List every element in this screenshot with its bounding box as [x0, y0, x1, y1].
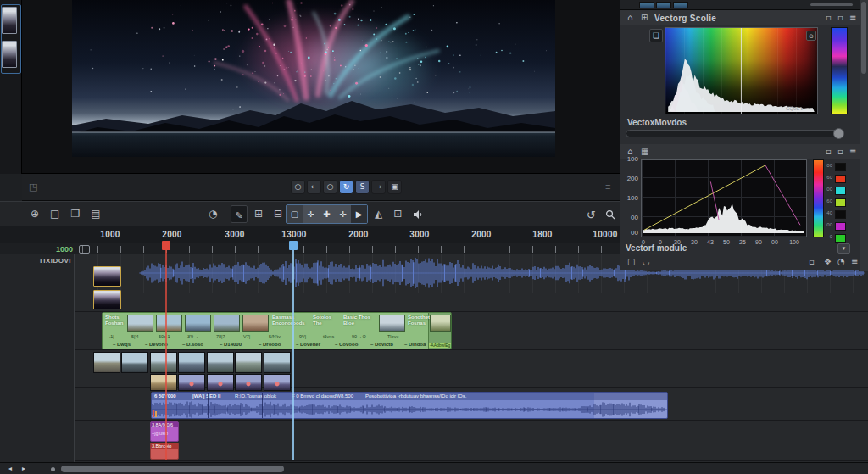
- grid-icon[interactable]: ⊞: [641, 13, 648, 22]
- maximize-icon[interactable]: ▫: [837, 13, 843, 22]
- scope-slider-knob[interactable]: [833, 128, 844, 139]
- video-frame-thumbnail[interactable]: [207, 374, 234, 391]
- tool-button[interactable]: ✛: [303, 205, 319, 223]
- filter-button[interactable]: ▼: [837, 243, 850, 254]
- home-icon[interactable]: ⌂: [627, 13, 632, 22]
- razor-tool-button[interactable]: ✎: [231, 205, 248, 223]
- scope-tool-button[interactable]: ❏: [649, 29, 663, 42]
- green-clip-item[interactable]: [379, 315, 405, 332]
- green-title-clip[interactable]: Shots Foshan: [102, 312, 452, 349]
- toolbar-icon[interactable]: ⊡: [393, 208, 402, 220]
- transport-button[interactable]: S: [355, 180, 370, 194]
- toolbar-icon[interactable]: ⊟: [274, 208, 282, 220]
- clip-thumbnail[interactable]: [93, 290, 121, 309]
- tool-button[interactable]: ✚: [319, 205, 335, 223]
- scope-slider-track[interactable]: [626, 130, 839, 137]
- tool-button[interactable]: ▢: [287, 205, 303, 223]
- channel-color-swatch[interactable]: [835, 198, 846, 207]
- transport-button[interactable]: ▣: [387, 180, 402, 194]
- sync-icon[interactable]: ↺: [587, 209, 596, 221]
- zoom-icon[interactable]: [605, 209, 615, 220]
- clip-thumbnail[interactable]: [93, 266, 121, 287]
- green-clip-item[interactable]: Sotolos The: [313, 315, 342, 332]
- blue-audio-clip[interactable]: 6 50Y000|WA'| SED IIR:ID.Tounas oblokF 0…: [151, 392, 668, 419]
- transport-button[interactable]: ○: [291, 180, 305, 194]
- panel-menu-icon[interactable]: ≡: [849, 147, 856, 156]
- channel-color-swatch[interactable]: [835, 234, 846, 243]
- toolbar-icon[interactable]: ◭: [375, 208, 382, 220]
- monitor-menu-icon[interactable]: ≡: [605, 181, 610, 192]
- tool-button[interactable]: ✛: [335, 205, 351, 223]
- green-clip-item[interactable]: [214, 315, 240, 332]
- toolbar-icon[interactable]: ⊞: [254, 208, 263, 220]
- channel-color-swatch[interactable]: [835, 163, 846, 171]
- footer-headphone-icon[interactable]: ◡: [643, 257, 650, 266]
- footer-window-icon[interactable]: ▫: [809, 257, 815, 266]
- green-clip-item[interactable]: [242, 315, 269, 332]
- transport-button[interactable]: ○: [323, 180, 337, 194]
- video-frame-thumbnail[interactable]: [264, 374, 291, 391]
- video-frame-thumbnail[interactable]: [264, 352, 291, 373]
- purple-clip[interactable]: 3.8A/9.0/6 ~jg usio: [150, 421, 179, 442]
- in-marker-handle[interactable]: [162, 241, 170, 250]
- video-frame-thumbnail[interactable]: [150, 374, 177, 391]
- channel-color-swatch[interactable]: [835, 222, 846, 231]
- playhead-handle[interactable]: [289, 241, 298, 250]
- channel-color-swatch[interactable]: [835, 187, 846, 195]
- horizontal-scrollbar-thumb[interactable]: [61, 466, 284, 472]
- grid-icon[interactable]: ▦: [641, 147, 648, 156]
- clip-label: |WA'| SED II: [192, 393, 220, 399]
- video-frame-thumbnail[interactable]: [207, 352, 234, 373]
- green-clip-item[interactable]: Shots Foshan: [105, 315, 127, 332]
- channel-color-swatch[interactable]: [835, 210, 846, 219]
- scroll-right-button[interactable]: ▸: [22, 465, 25, 472]
- channel-color-swatch[interactable]: [835, 175, 846, 183]
- vertical-scrollbar-thumb[interactable]: [861, 2, 866, 74]
- red-clip[interactable]: 3.Bbrceio: [150, 443, 179, 460]
- minimize-icon[interactable]: ▫: [826, 13, 832, 22]
- footer-clock-icon[interactable]: ◔: [837, 257, 845, 266]
- tool-button[interactable]: ▶: [351, 205, 367, 223]
- toolbar-icon[interactable]: ▤: [91, 208, 100, 220]
- scroll-left-button[interactable]: ◂: [8, 465, 12, 472]
- transport-button[interactable]: →: [371, 180, 386, 194]
- track-lock-icon[interactable]: [79, 245, 90, 254]
- video-frame-thumbnail[interactable]: [235, 374, 262, 391]
- transport-button[interactable]: ←: [307, 180, 321, 194]
- toolbar-icon[interactable]: □: [50, 208, 59, 220]
- green-clip-item[interactable]: [127, 315, 153, 332]
- video-frame-thumbnail[interactable]: [93, 352, 120, 373]
- video-frame-thumbnail[interactable]: [121, 352, 148, 373]
- duration-label: – Droobo: [259, 342, 281, 347]
- mini-thumbnail[interactable]: [639, 2, 654, 8]
- vertical-scrollbar[interactable]: [860, 0, 868, 271]
- footer-menu-icon[interactable]: ≡: [851, 257, 858, 266]
- video-frame-thumbnail[interactable]: [150, 352, 177, 373]
- footer-frame-icon[interactable]: ▢: [627, 257, 635, 266]
- mini-thumbnail[interactable]: [673, 2, 688, 8]
- pan-icon[interactable]: ◳: [29, 181, 37, 192]
- zoom-handle[interactable]: [51, 467, 55, 471]
- green-clip-item[interactable]: [430, 315, 451, 332]
- mini-thumbnail[interactable]: [656, 2, 671, 8]
- mini-scrollbar[interactable]: [810, 3, 853, 6]
- green-clip-item[interactable]: Basmass Enconoroods: [272, 315, 311, 332]
- maximize-icon[interactable]: ▫: [837, 147, 843, 156]
- media-thumbnail[interactable]: [2, 41, 17, 68]
- green-clip-item[interactable]: Basic Thos Bloe: [343, 315, 377, 332]
- media-thumbnail[interactable]: [2, 7, 17, 34]
- footer-pointer-icon[interactable]: ❖: [824, 257, 832, 266]
- minimize-icon[interactable]: ▫: [826, 147, 832, 156]
- video-frame-thumbnail[interactable]: [178, 374, 205, 391]
- video-frame-thumbnail[interactable]: [235, 352, 262, 373]
- panel-menu-icon[interactable]: ≡: [849, 13, 856, 22]
- toolbar-icon[interactable]: ❐: [70, 208, 80, 220]
- speaker-icon[interactable]: [413, 209, 423, 220]
- timer-icon[interactable]: ◔: [209, 208, 217, 220]
- video-frame-thumbnail[interactable]: [178, 352, 205, 373]
- green-clip-item[interactable]: [185, 315, 211, 332]
- transport-button[interactable]: ↻: [339, 180, 353, 194]
- toolbar-icon[interactable]: ⊕: [31, 208, 39, 220]
- scope-options-button[interactable]: ⊙: [806, 31, 816, 41]
- green-clip-item[interactable]: [156, 315, 182, 332]
